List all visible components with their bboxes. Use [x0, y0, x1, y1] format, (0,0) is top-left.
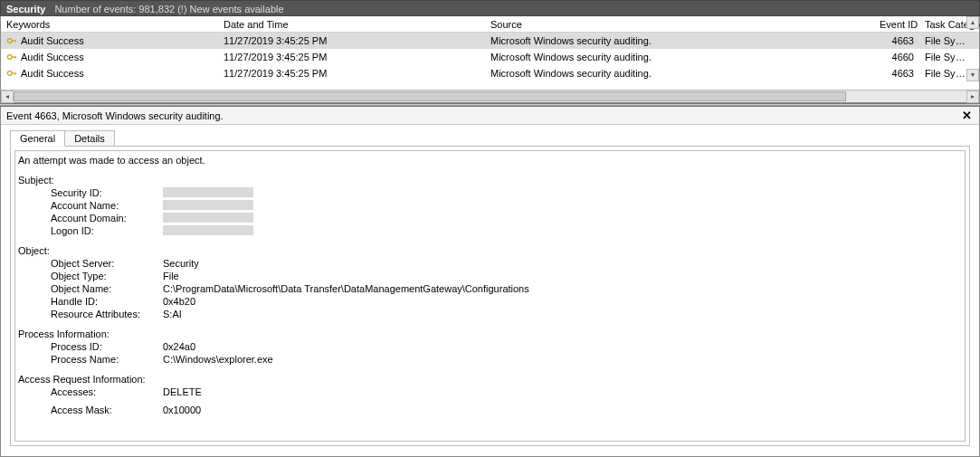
- resource-attr-value: S:AI: [163, 308, 962, 320]
- col-taskcat[interactable]: Task Category: [919, 19, 974, 30]
- process-info-title: Process Information:: [18, 328, 962, 340]
- cell-eventid: 4663: [874, 68, 919, 79]
- tab-body: An attempt was made to access an object.…: [10, 146, 970, 446]
- object-server-label: Object Server:: [18, 257, 163, 270]
- account-domain-label: Account Domain:: [18, 212, 163, 224]
- detail-title: Event 4663, Microsoft Windows security a…: [6, 110, 224, 121]
- cell-keywords: Audit Success: [1, 68, 218, 79]
- logon-id-value: [163, 224, 962, 237]
- hscroll-thumb[interactable]: [14, 91, 846, 101]
- subject-title: Subject:: [18, 174, 962, 186]
- col-keywords[interactable]: Keywords: [1, 19, 218, 30]
- cell-source: Microsoft Windows security auditing.: [485, 35, 874, 46]
- grid-header-row: Keywords Date and Time Source Event ID T…: [1, 16, 979, 33]
- tabstrip: General Details: [1, 125, 979, 147]
- accesses-value: DELETE: [163, 386, 962, 398]
- resource-attr-label: Resource Attributes:: [18, 308, 163, 320]
- svg-point-0: [7, 39, 12, 43]
- col-datetime[interactable]: Date and Time: [218, 19, 485, 30]
- log-count: Number of events: 981,832 (!) New events…: [54, 1, 283, 15]
- object-name-value: C:\ProgramData\Microsoft\Data Transfer\D…: [163, 282, 962, 295]
- object-title: Object:: [18, 244, 962, 257]
- object-name-label: Object Name:: [18, 282, 163, 295]
- event-lead: An attempt was made to access an object.: [18, 154, 962, 167]
- logon-id-label: Logon ID:: [18, 224, 163, 237]
- access-mask-label: Access Mask:: [18, 404, 163, 416]
- cell-source: Microsoft Windows security auditing.: [485, 68, 874, 79]
- cell-taskcat: File System: [919, 52, 974, 62]
- svg-rect-5: [14, 56, 15, 58]
- cell-keywords: Audit Success: [1, 52, 218, 62]
- cell-taskcat: File System: [919, 68, 974, 79]
- cell-datetime: 11/27/2019 3:45:25 PM: [218, 35, 485, 46]
- table-row[interactable]: Audit Success11/27/2019 3:45:25 PMMicros…: [1, 49, 979, 65]
- process-id-label: Process ID:: [18, 340, 163, 353]
- access-req-title: Access Request Information:: [18, 373, 962, 386]
- table-row[interactable]: Audit Success11/27/2019 3:45:25 PMMicros…: [1, 33, 979, 49]
- handle-id-label: Handle ID:: [18, 295, 163, 308]
- vscroll-up-button[interactable]: ▴: [966, 16, 979, 29]
- hscroll-right-button[interactable]: ▸: [966, 90, 979, 103]
- cell-keywords: Audit Success: [1, 35, 218, 46]
- cell-source: Microsoft Windows security auditing.: [485, 52, 874, 62]
- col-source[interactable]: Source: [485, 19, 874, 30]
- handle-id-value: 0x4b20: [163, 295, 962, 308]
- detail-pane: Event 4663, Microsoft Windows security a…: [0, 107, 980, 457]
- tab-general[interactable]: General: [10, 130, 65, 147]
- svg-rect-2: [14, 40, 15, 42]
- cell-datetime: 11/27/2019 3:45:25 PM: [218, 52, 485, 62]
- event-grid: Keywords Date and Time Source Event ID T…: [0, 16, 980, 103]
- event-text-box: An attempt was made to access an object.…: [14, 150, 966, 442]
- cell-eventid: 4663: [874, 35, 919, 46]
- log-titlebar: Security Number of events: 981,832 (!) N…: [0, 0, 980, 16]
- log-name: Security: [6, 1, 45, 15]
- cell-taskcat: File System: [919, 35, 974, 46]
- process-id-value: 0x24a0: [163, 340, 962, 353]
- security-id-value: [163, 186, 962, 199]
- table-row[interactable]: Audit Success11/27/2019 3:45:25 PMMicros…: [1, 65, 979, 81]
- close-icon[interactable]: ✕: [959, 109, 974, 122]
- access-mask-value: 0x10000: [163, 404, 962, 416]
- object-type-label: Object Type:: [18, 270, 163, 282]
- svg-point-3: [7, 55, 12, 60]
- account-name-label: Account Name:: [18, 199, 163, 212]
- vscroll-down-button[interactable]: ▾: [966, 69, 979, 81]
- process-name-label: Process Name:: [18, 353, 163, 366]
- col-eventid[interactable]: Event ID: [874, 19, 919, 30]
- hscroll-left-button[interactable]: ◂: [1, 90, 14, 103]
- object-server-value: Security: [163, 257, 962, 270]
- hscrollbar[interactable]: ◂ ▸: [1, 90, 979, 102]
- tab-details[interactable]: Details: [64, 130, 115, 147]
- security-id-label: Security ID:: [18, 186, 163, 199]
- account-name-value: [163, 199, 962, 212]
- cell-eventid: 4660: [874, 52, 919, 62]
- svg-rect-8: [14, 72, 15, 74]
- account-domain-value: [163, 212, 962, 224]
- process-name-value: C:\Windows\explorer.exe: [163, 353, 962, 366]
- object-type-value: File: [163, 270, 962, 282]
- accesses-label: Accesses:: [18, 386, 163, 398]
- cell-datetime: 11/27/2019 3:45:25 PM: [218, 68, 485, 79]
- svg-point-6: [7, 71, 12, 76]
- detail-titlebar: Event 4663, Microsoft Windows security a…: [1, 107, 979, 125]
